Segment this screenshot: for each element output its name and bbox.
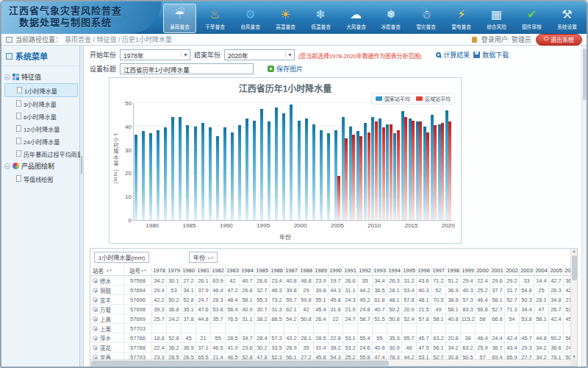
station-locate-icon[interactable] xyxy=(93,316,98,322)
year-column-header[interactable]: 1989 xyxy=(314,265,329,276)
year-column-header[interactable]: 1991 xyxy=(343,265,358,276)
nav-item-2[interactable]: ♨干旱普查 xyxy=(198,4,232,33)
nav-item-9[interactable]: ⚡雷电普查 xyxy=(445,4,478,33)
nav-item-11[interactable]: ✔图件审核 xyxy=(515,4,548,33)
table-row[interactable]: 上高5769925.724.237.844.835.776.531.138.28… xyxy=(90,314,577,324)
bar-国家站平均-2000 xyxy=(298,121,301,220)
station-locate-icon[interactable] xyxy=(93,326,98,331)
main-vertical-scrollbar[interactable] xyxy=(581,46,587,367)
value-cell: 43.4 xyxy=(505,343,520,353)
nav-item-4[interactable]: ☀高温普查 xyxy=(269,4,302,33)
nav-item-7[interactable]: ❅冰雹普查 xyxy=(374,4,407,33)
value-cell xyxy=(534,324,549,333)
save-image-button[interactable]: 保存图片 xyxy=(268,64,303,74)
station-locate-icon[interactable] xyxy=(93,307,98,312)
year-sort-control[interactable]: 年份▲▼ xyxy=(189,252,218,263)
table-row[interactable]: 莲花5778822.436.236.937.146.541.923.630.23… xyxy=(90,343,577,353)
collapse-toggle-icon[interactable] xyxy=(4,163,10,169)
year-column-header[interactable]: 1995 xyxy=(402,265,417,276)
year-column-header[interactable]: 1987 xyxy=(284,265,299,276)
year-column-header[interactable]: 1997 xyxy=(431,265,446,276)
year-column-header[interactable]: 2003 xyxy=(520,265,534,276)
sidebar-item[interactable]: 1小时降水量 xyxy=(4,83,78,97)
year-column-header[interactable]: 2005 xyxy=(549,265,564,276)
nav-item-8[interactable]: ☃雪灾普查 xyxy=(409,4,442,33)
station-column-header[interactable]: 站名▲▼ xyxy=(90,265,124,276)
year-column-header[interactable]: 1990 xyxy=(329,265,343,276)
year-column-header[interactable]: 1985 xyxy=(255,265,270,276)
year-column-header[interactable]: 1998 xyxy=(446,265,461,276)
value-cell: 34.4 xyxy=(520,305,534,314)
station-locate-icon[interactable] xyxy=(93,336,98,341)
table-row[interactable]: 万载5769839.336.835.147.653.656.440.930.73… xyxy=(90,305,577,314)
year-column-header[interactable]: 1994 xyxy=(387,265,402,276)
year-column-header[interactable]: 1996 xyxy=(417,265,431,276)
breadcrumb: 暴雨普查 / 特征值 / 历史1小时降水量 xyxy=(65,35,172,44)
year-column-header[interactable]: 1982 xyxy=(211,265,226,276)
table-row[interactable]: 萍乡5778618.852.845215528.534.728.457.343.… xyxy=(90,333,577,343)
calculate-button[interactable]: 计算结果 xyxy=(436,50,470,60)
download-button[interactable]: 数据下载 xyxy=(473,50,509,60)
station-locate-icon[interactable] xyxy=(93,345,98,350)
nav-item-5[interactable]: ❄低温普查 xyxy=(304,4,337,33)
nav-item-6[interactable]: ☁大风普查 xyxy=(340,4,373,33)
sidebar-group-2[interactable]: 产品图绘制 xyxy=(4,160,78,172)
sidebar-group-1[interactable]: 特征值 xyxy=(4,71,78,83)
code-column-header[interactable]: 站号▲▼ xyxy=(124,265,152,276)
sidebar-item[interactable]: 等值线绘图 xyxy=(4,172,78,185)
sidebar-item[interactable]: 12小时降水量 xyxy=(4,122,78,135)
sidebar-item[interactable]: 6小时降水量 xyxy=(4,110,78,122)
station-locate-icon[interactable] xyxy=(93,297,98,302)
table-row[interactable]: 宜丰5769642.250.252.824.728.348.458.155.37… xyxy=(90,295,577,305)
value-cell xyxy=(255,324,270,333)
value-cell: 29.2 xyxy=(505,276,520,286)
horizontal-scrollbar[interactable] xyxy=(90,359,570,366)
nav-item-12[interactable]: ⚒系统设置 xyxy=(551,4,584,33)
main-scroll-thumb[interactable] xyxy=(583,49,587,100)
year-column-header[interactable]: 1993 xyxy=(373,265,387,276)
legend-item[interactable]: 国家站平均 xyxy=(376,95,410,102)
year-column-header[interactable]: 1984 xyxy=(240,265,255,276)
year-column-header[interactable]: 2004 xyxy=(534,265,549,276)
year-column-header[interactable]: 1986 xyxy=(270,265,284,276)
table-row[interactable]: 上栗57703 xyxy=(90,324,577,333)
legend-item[interactable]: 区域站平均 xyxy=(416,95,451,102)
year-column-header[interactable]: 1979 xyxy=(167,265,182,276)
sidebar-item[interactable]: 24小时降水量 xyxy=(4,135,78,147)
end-year-select[interactable]: 2020年▼ xyxy=(224,49,295,60)
nav-item-label: 暴雨普查 xyxy=(165,24,195,30)
year-column-header[interactable]: 2001 xyxy=(490,265,505,276)
vertical-scrollbar[interactable]: ▲ ▼ xyxy=(570,249,577,359)
year-column-header[interactable]: 1999 xyxy=(461,265,476,276)
nav-item-3[interactable]: ⚙台风普查 xyxy=(234,4,267,33)
bar-国家站平均-2005 xyxy=(334,130,337,220)
logout-button[interactable]: ⏻ 退出系统 xyxy=(536,34,582,46)
year-column-header[interactable]: 1980 xyxy=(182,265,196,276)
year-column-header[interactable]: 1981 xyxy=(196,265,211,276)
year-column-header[interactable]: 1978 xyxy=(152,265,167,276)
start-year-select[interactable]: 1978年▼ xyxy=(120,49,190,60)
hscroll-thumb[interactable] xyxy=(91,361,389,366)
grid-icon xyxy=(12,74,19,80)
station-locate-icon[interactable] xyxy=(93,278,98,283)
scroll-up-icon[interactable]: ▲ xyxy=(571,249,577,253)
value-cell: 52.7 xyxy=(505,295,520,305)
value-cell: 44.8 xyxy=(196,314,211,324)
year-column-header[interactable]: 2000 xyxy=(476,265,490,276)
measure-selector[interactable]: 1小时降水量(mm) xyxy=(94,252,149,263)
year-column-header[interactable]: 1988 xyxy=(299,265,314,276)
vscroll-thumb[interactable] xyxy=(572,255,577,280)
year-column-header[interactable]: 1992 xyxy=(358,265,373,276)
chart-title-input[interactable] xyxy=(120,63,254,74)
bar-国家站平均-2008 xyxy=(356,131,359,220)
table-row[interactable]: 修水5759834.230.127.226.163.94240.726.623.… xyxy=(90,276,577,286)
nav-item-1[interactable]: ☔暴雨普查 xyxy=(163,4,196,33)
sidebar-item[interactable]: 3小时降水量 xyxy=(4,97,78,110)
nav-item-10[interactable]: ▦综合风险 xyxy=(480,4,513,33)
year-column-header[interactable]: 2002 xyxy=(505,265,520,276)
collapse-toggle-icon[interactable] xyxy=(4,74,10,80)
table-row[interactable]: 铜鼓5769429.45334.137.946.447.226.832.746.… xyxy=(90,286,577,295)
year-column-header[interactable]: 1983 xyxy=(226,265,240,276)
station-locate-icon[interactable] xyxy=(93,288,98,293)
sidebar-item[interactable]: 历年暴雨过程平均雨量 xyxy=(4,147,78,160)
